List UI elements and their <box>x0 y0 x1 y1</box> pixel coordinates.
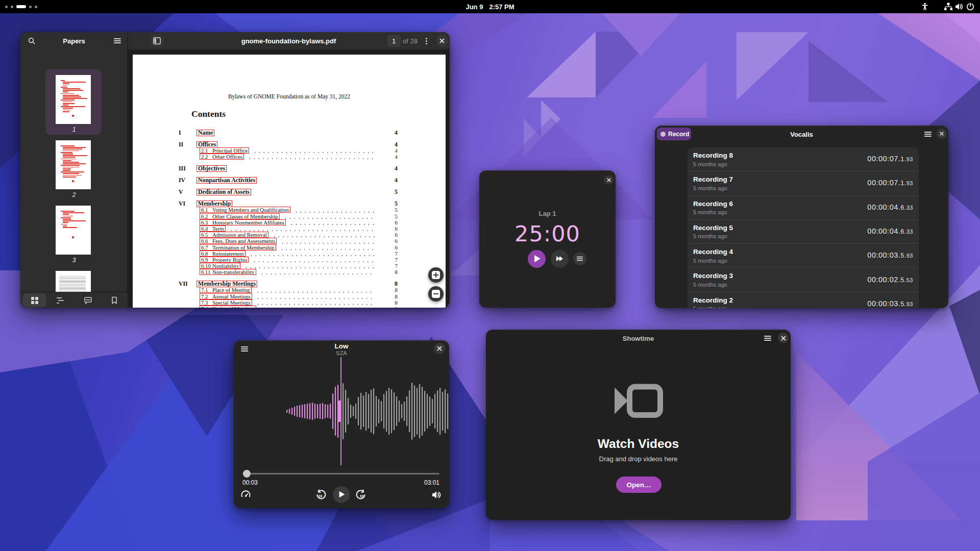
page-thumbnail-4[interactable] <box>56 271 91 292</box>
workspace-pill-active[interactable] <box>16 5 26 8</box>
thumbnail-page-number: 2 <box>20 191 128 198</box>
page-thumbnail-1[interactable] <box>56 75 91 124</box>
close-icon <box>607 178 611 182</box>
toc-link[interactable]: 7.1Place of Meeting <box>200 287 252 293</box>
toc-link[interactable]: Objectives <box>197 165 227 172</box>
recording-duration: 00:00:07.1.93 <box>867 155 913 163</box>
zoom-out-button[interactable] <box>428 286 444 302</box>
toc-link[interactable]: 7.2Annual Meetings <box>200 293 252 299</box>
thumb-content-line <box>61 106 85 107</box>
toc-link[interactable]: 2.1Principal Office <box>200 147 249 154</box>
seek-handle[interactable] <box>243 470 251 478</box>
toc-link[interactable]: 6.3Honorary Nonmember Affiliates <box>200 219 286 226</box>
papers-menu-button[interactable] <box>420 34 433 47</box>
timer-start-button[interactable] <box>528 250 546 268</box>
toc-dot-leader <box>255 292 375 293</box>
accessibility-icon[interactable] <box>921 3 929 11</box>
playback-speed-button[interactable] <box>238 487 253 502</box>
toc-link[interactable]: 6.2Other Classes of Membership <box>200 213 280 219</box>
recording-row[interactable]: Recording 55 months ago00:00:04.6.33 <box>688 220 919 244</box>
workspace-dot[interactable] <box>5 6 8 8</box>
toc-link[interactable]: 6.9Property Rights <box>200 257 249 263</box>
recording-row[interactable]: Recording 65 months ago00:00:04.6.33 <box>688 196 919 220</box>
waveform-bar <box>297 406 298 417</box>
toc-page-number: 4 <box>387 177 398 184</box>
toc-link[interactable]: 6.5Admission and Removal <box>200 232 268 238</box>
toc-link[interactable]: 6.4Term <box>200 226 226 232</box>
recording-row[interactable]: Recording 35 months ago00:00:02.5.53 <box>688 268 919 292</box>
thumb-content-line <box>63 83 69 84</box>
toc-link[interactable]: 6.6Fees, Dues and Assessments <box>200 238 277 244</box>
recording-row[interactable]: Recording 45 months ago00:00:03.5.93 <box>688 244 919 268</box>
waveform-bar <box>406 396 407 426</box>
timer-menu-button[interactable] <box>573 252 586 265</box>
page-thumbnail-2[interactable] <box>56 140 91 189</box>
system-status-area[interactable] <box>921 0 974 13</box>
seek-forward-10-button[interactable]: 10 <box>353 487 368 502</box>
thumb-content-line <box>63 168 71 169</box>
timer-close-button[interactable] <box>604 175 614 185</box>
toc-link[interactable]: Nonpartisan Activities <box>197 177 257 184</box>
toc-link[interactable]: 6.10Nonliability <box>200 263 240 269</box>
vocalis-menu-button[interactable] <box>921 128 935 141</box>
toc-link[interactable]: 6.1Voting Members and Qualification <box>200 207 290 213</box>
thumb-content-line <box>63 98 87 99</box>
volume-icon[interactable] <box>955 3 964 11</box>
toc-page-number: 8 <box>387 269 398 275</box>
toc-link[interactable]: 7.4Notice of Meetings <box>200 306 256 308</box>
toc-page-number: 8 <box>387 287 398 293</box>
toc-link[interactable]: 6.7Termination of Membership <box>200 244 276 251</box>
toc-link[interactable]: 7.3Special Meetings <box>200 299 252 306</box>
thumbnails-view-button[interactable] <box>22 293 46 307</box>
recording-row[interactable]: Recording 85 months ago00:00:07.1.93 <box>688 147 919 171</box>
thumb-content-line <box>61 93 74 94</box>
toc-page-number: 4 <box>387 147 398 154</box>
workspace-indicator[interactable] <box>5 0 37 13</box>
toc-row: 6.11Non-transferability8 <box>133 269 446 275</box>
open-video-button[interactable]: Open… <box>616 477 662 493</box>
timer-skip-button[interactable] <box>551 250 569 268</box>
waveform-bar <box>416 388 418 435</box>
toc-row: 6.5Admission and Removal6 <box>133 232 446 238</box>
toc-subsection-number: 6.9 <box>201 257 212 262</box>
outline-view-button[interactable] <box>48 293 72 307</box>
network-wired-icon[interactable] <box>944 3 952 11</box>
open-button-label: Open… <box>626 481 651 489</box>
toc-link[interactable]: 6.11Non-transferability <box>200 269 256 275</box>
volume-button[interactable] <box>429 487 444 502</box>
power-icon[interactable] <box>966 3 974 11</box>
thumb-content-line <box>59 283 86 283</box>
page-thumbnail-list[interactable]: 1234 <box>20 49 128 292</box>
annotations-button[interactable] <box>76 293 100 307</box>
workspace-dot[interactable] <box>35 6 37 8</box>
thumb-content-line <box>63 170 70 171</box>
vocalis-close-button[interactable] <box>937 129 947 139</box>
recording-row[interactable]: Recording 75 months ago00:00:07.1.93 <box>688 171 919 195</box>
showtime-close-button[interactable] <box>778 333 789 343</box>
page-number-entry[interactable]: 1 <box>387 35 401 47</box>
player-play-button[interactable] <box>333 486 350 503</box>
toc-link[interactable]: 6.8Reinstatement <box>200 251 246 257</box>
papers-sidebar-menu-button[interactable] <box>110 34 125 47</box>
recording-name: Recording 5 <box>693 224 733 232</box>
toc-link[interactable]: Dedication of Assets <box>197 189 251 195</box>
toc-link[interactable]: 2.2Other Offices <box>200 154 244 160</box>
page-thumbnail-3[interactable] <box>56 206 91 255</box>
clock[interactable]: Jun 9 2:57 PM <box>465 0 514 13</box>
player-close-button[interactable] <box>434 343 445 354</box>
pdf-page[interactable]: Bylaws of GNOME Foundation as of May 31,… <box>133 55 446 308</box>
showtime-menu-button[interactable] <box>761 332 775 345</box>
thumb-content-line <box>63 105 68 106</box>
workspace-dot[interactable] <box>29 6 32 8</box>
seek-back-10-button[interactable]: 10 <box>313 487 328 502</box>
zoom-in-button[interactable] <box>428 267 444 283</box>
seek-bar[interactable] <box>243 472 439 474</box>
recording-row[interactable]: Recording 25 months ago00:00:03.5.93 <box>688 292 919 308</box>
toc-link[interactable]: Name <box>197 130 214 136</box>
bookmarks-button[interactable] <box>102 293 126 307</box>
waveform[interactable] <box>234 340 449 508</box>
thumb-content-line <box>63 167 80 168</box>
toc-page-number: 6 <box>387 244 398 251</box>
papers-close-button[interactable] <box>436 35 448 47</box>
workspace-dot[interactable] <box>11 6 13 8</box>
